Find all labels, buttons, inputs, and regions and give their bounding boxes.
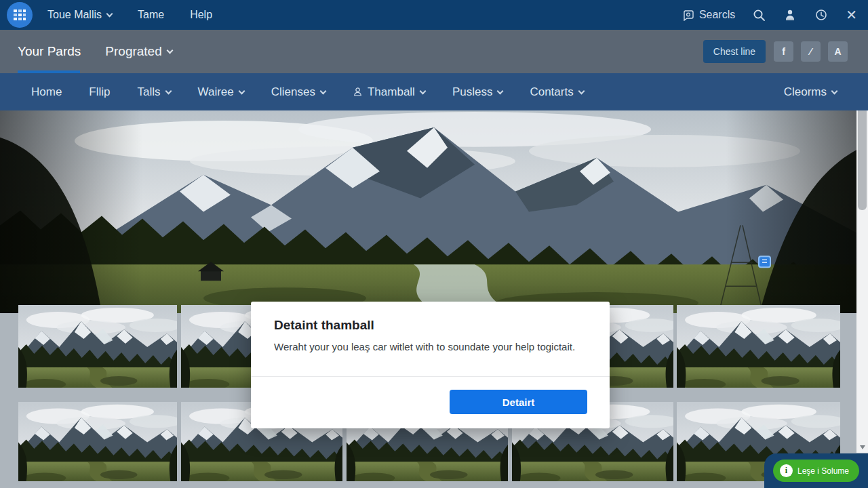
top-bar: Toue Mallis Tame Help Searcls	[0, 0, 868, 30]
letter-a-icon: A	[834, 46, 841, 57]
chevron-down-icon	[166, 47, 173, 54]
social-button-facebook[interactable]: f	[774, 41, 793, 62]
nav-item-wairee[interactable]: Wairee	[198, 85, 244, 99]
top-bar-actions: Searcls ✕	[683, 8, 868, 22]
chevron-down-icon	[578, 87, 585, 94]
nav-item-home[interactable]: Home	[31, 85, 62, 99]
nav-item-talls[interactable]: Talls	[138, 85, 171, 99]
nav-item-label: Home	[31, 85, 62, 99]
mountain-thumbnail[interactable]	[18, 305, 177, 388]
header-actions: Chest line f⁄A	[703, 40, 868, 63]
mountain-thumbnail[interactable]	[18, 402, 177, 481]
nav-item-cleorms[interactable]: Cleorms	[784, 85, 837, 99]
map-marker-icon	[759, 256, 770, 267]
chevron-down-icon	[831, 87, 838, 94]
social-button-slash[interactable]: ⁄	[801, 41, 821, 62]
nav-item-label: Contarts	[530, 85, 573, 99]
chevron-down-icon	[497, 87, 504, 94]
account-button[interactable]	[783, 8, 797, 22]
fab-panel: i Leşe i Solume	[764, 453, 868, 488]
tab-prograted[interactable]: Prograted	[105, 44, 172, 59]
user-badge-icon	[783, 8, 797, 22]
chest-line-button[interactable]: Chest line	[703, 40, 766, 63]
slash-icon: ⁄	[810, 46, 811, 57]
facebook-icon: f	[782, 46, 785, 57]
info-icon: i	[780, 464, 793, 477]
person-icon	[353, 87, 363, 97]
nav-item-thamball[interactable]: Thamball	[353, 85, 425, 99]
search-shortcut-label: Searcls	[699, 9, 735, 21]
fab-label: Leşe i Solume	[797, 466, 849, 476]
search-shortcut[interactable]: Searcls	[683, 9, 735, 21]
dialog-body-text: Weraht your you leaş car witlet with to …	[251, 333, 610, 352]
chevron-down-icon	[106, 11, 113, 18]
search-button[interactable]	[753, 9, 766, 22]
nav-item-contarts[interactable]: Contarts	[530, 85, 583, 99]
menu-item-help[interactable]: Help	[190, 9, 212, 21]
main-navbar: HomeFllipTallsWaireeCliensesThamballPusl…	[0, 73, 868, 110]
nav-item-label: Talls	[138, 85, 161, 99]
dialog-title: Detaint thamball	[251, 302, 610, 333]
app-window: Toue Mallis Tame Help Searcls	[0, 0, 868, 488]
social-button-group: f⁄A	[774, 41, 848, 62]
nav-item-label: Wairee	[198, 85, 234, 99]
tab-your-pards[interactable]: Your Pards	[18, 44, 81, 59]
active-tab-underline	[18, 70, 80, 73]
top-menu: Tame Help	[138, 9, 212, 21]
nav-item-label: Pusless	[452, 85, 493, 99]
nav-item-label: Clienses	[271, 85, 315, 99]
page-header-bar: Your Pards Prograted Chest line f⁄A	[0, 30, 868, 73]
scroll-down-arrow[interactable]	[856, 442, 868, 453]
nav-item-fllip[interactable]: Fllip	[89, 85, 110, 99]
magnifier-icon	[753, 9, 766, 22]
grid-logo-icon	[13, 9, 26, 21]
app-logo[interactable]	[7, 2, 33, 28]
chevron-down-icon	[165, 87, 172, 94]
brand-label: Toue Mallis	[47, 9, 102, 21]
history-clock-icon	[814, 8, 828, 22]
dialog-divider	[251, 376, 610, 377]
mountain-thumbnail[interactable]	[677, 305, 840, 388]
close-icon[interactable]: ✕	[846, 8, 857, 22]
hero-mountain-image	[0, 110, 868, 313]
chevron-down-icon	[238, 87, 245, 94]
help-fab-button[interactable]: i Leşe i Solume	[773, 460, 859, 482]
nav-item-label: Fllip	[89, 85, 110, 99]
menu-item-tame[interactable]: Tame	[138, 9, 164, 21]
nav-item-pusless[interactable]: Pusless	[452, 85, 503, 99]
nav-item-clienses[interactable]: Clienses	[271, 85, 326, 99]
dialog-confirm-button[interactable]: Detairt	[450, 390, 587, 414]
chat-search-icon	[683, 9, 694, 21]
navbar-right: Cleorms	[784, 85, 868, 99]
social-button-letter-a[interactable]: A	[828, 41, 848, 62]
chevron-down-icon	[320, 87, 327, 94]
navbar-items: HomeFllipTallsWaireeCliensesThamballPusl…	[0, 85, 584, 99]
history-button[interactable]	[814, 8, 828, 22]
chevron-down-icon	[419, 87, 426, 94]
nav-item-label: Thamball	[368, 85, 415, 99]
brand-menu[interactable]: Toue Mallis	[47, 9, 112, 21]
tab-prograted-label: Prograted	[105, 44, 161, 59]
detail-dialog: Detaint thamball Weraht your you leaş ca…	[251, 302, 610, 428]
nav-item-label: Cleorms	[784, 85, 827, 99]
